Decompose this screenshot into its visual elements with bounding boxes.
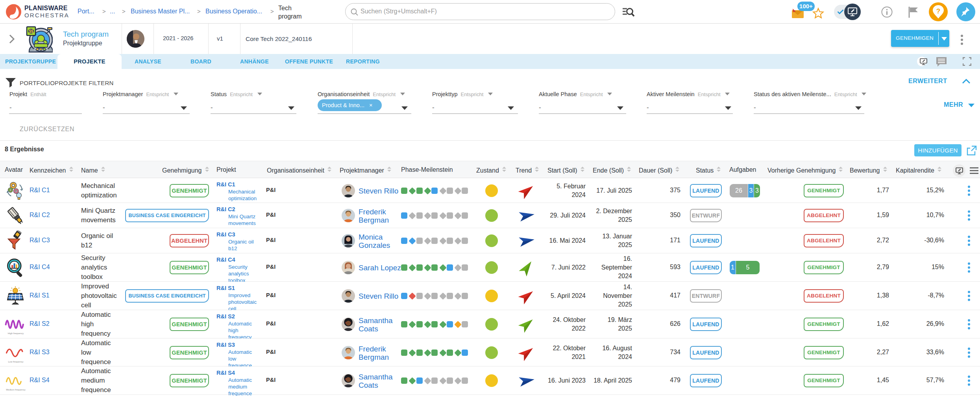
svg-text:?: ? <box>936 7 940 15</box>
svg-text:Low frequency: Low frequency <box>8 361 23 363</box>
svg-text:$$: $$ <box>29 29 33 33</box>
svg-text:High frequency: High frequency <box>8 332 24 335</box>
svg-text:Medium frequency: Medium frequency <box>6 389 25 391</box>
